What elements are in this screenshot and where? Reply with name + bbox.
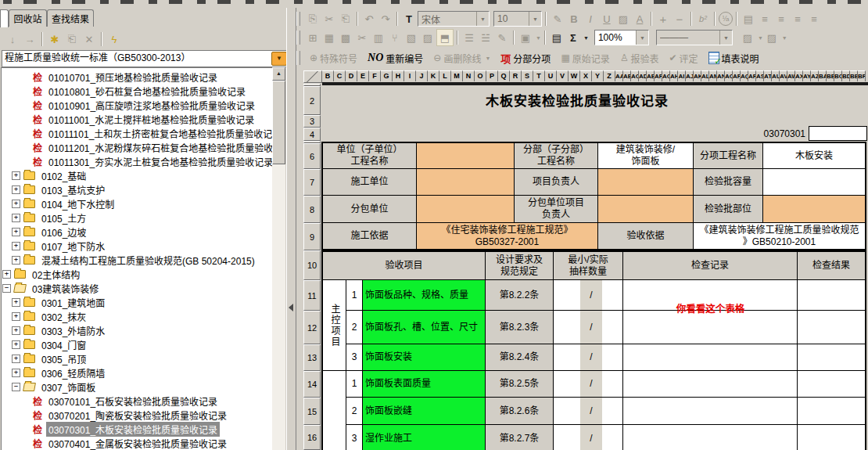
col-header-AH[interactable]: AH — [670, 70, 678, 81]
acceptance-basis-value[interactable]: 《建筑装饰装修工程施工质量验收规范 》GB50210-2001 — [694, 223, 865, 249]
subcontractor-value[interactable] — [417, 196, 515, 223]
col-header-record[interactable]: 检查记录 — [623, 252, 798, 280]
subitem-name-label[interactable]: 分项工程名称 — [694, 143, 763, 169]
tree-item-0104[interactable]: +0104_地下水控制 — [2, 196, 272, 211]
toolbar-grip[interactable] — [296, 51, 300, 65]
tree-item-03070101[interactable]: 检03070101_石板安装检验批质量验收记录 — [2, 394, 272, 408]
col-header-AA[interactable]: AA — [615, 70, 623, 81]
col-header-AW[interactable]: AW — [787, 70, 795, 81]
row-header-11[interactable]: 11 — [303, 280, 321, 311]
font-color-icon[interactable]: A — [632, 11, 647, 27]
collapse-icon[interactable]: − — [12, 383, 20, 391]
table-tool-icon[interactable]: ▤ — [549, 30, 565, 45]
row-header-16[interactable]: 16 — [303, 425, 321, 450]
tree-item-01011301[interactable]: 检01011301_夯实水泥土桩复合地基检验批质量验收记录 — [2, 154, 272, 168]
col-header-AU[interactable]: AU — [772, 70, 780, 81]
insert-cells-icon[interactable]: ⊞ — [305, 30, 321, 45]
font-name-combo[interactable]: 宋体▼ — [418, 11, 490, 27]
row-header-8[interactable]: 8 — [303, 196, 321, 223]
strikeline-dropdown-icon[interactable]: ▼ — [485, 56, 490, 61]
row-header-6[interactable]: 6 — [303, 143, 321, 169]
batch-capacity-value[interactable] — [763, 169, 865, 196]
col-header-BA[interactable]: BA — [819, 70, 827, 81]
line-spacing-icon[interactable]: ☱ — [478, 30, 493, 45]
item-name-row5[interactable]: 饰面板嵌缝 — [363, 398, 486, 425]
item-sample-row5[interactable]: / — [554, 398, 623, 425]
col-header-AQ[interactable]: AQ — [741, 70, 748, 81]
project-manager-label[interactable]: 项目负责人 — [515, 169, 598, 196]
item-name-row3[interactable]: 饰面板安装 — [363, 344, 486, 371]
fill-color-icon[interactable]: ▨ — [764, 30, 780, 45]
division-name-value[interactable]: 建筑装饰装修/ 饰面板 — [598, 143, 694, 169]
toolbar-grip[interactable] — [296, 12, 300, 26]
col-header-S[interactable]: S — [522, 70, 533, 81]
tree-item-0105[interactable]: +0105_土方 — [2, 211, 272, 225]
col-header-AL[interactable]: AL — [701, 70, 709, 81]
table-fill-icon[interactable]: ▩ — [338, 30, 353, 45]
item-no-row6[interactable]: 3 — [346, 425, 363, 450]
expand-icon[interactable]: + — [2, 270, 11, 279]
item-spec-row3[interactable]: 第8.2.4条 — [486, 344, 554, 371]
tree-item-03建筑装饰装修[interactable]: −03建筑装饰装修 — [2, 281, 272, 295]
original-record-button[interactable]: ▦原始记录 — [556, 52, 614, 65]
ink-annotation-icon[interactable]: ✎ — [550, 11, 565, 27]
col-header-V[interactable]: V — [557, 70, 569, 81]
col-header-AV[interactable]: AV — [780, 70, 787, 81]
builder-label[interactable]: 施工单位 — [323, 169, 417, 196]
special-symbols-button[interactable]: ⊕特殊符号 — [305, 52, 362, 65]
col-header-T[interactable]: T — [533, 70, 545, 81]
tree-item-03070301[interactable]: 检03070301_木板安装检验批质量验收记录 — [2, 422, 272, 436]
filter-icon[interactable]: ϟ — [106, 31, 122, 47]
col-header-BB[interactable]: BB — [827, 70, 834, 81]
expand-icon[interactable]: + — [12, 298, 20, 307]
row-spacing-icon[interactable]: ☰ — [461, 30, 477, 45]
expand-icon[interactable]: + — [12, 185, 20, 194]
font-size-combo[interactable]: 10▼ — [493, 11, 542, 27]
col-header-G[interactable]: G — [381, 70, 393, 81]
expand-icon[interactable]: + — [12, 355, 20, 363]
col-header-H[interactable]: H — [393, 70, 404, 81]
underline-icon[interactable]: U — [599, 11, 615, 27]
standard-selector-combo[interactable]: 程施工质量验收统一标准（GB50300-2013） ▼ — [2, 50, 289, 67]
col-header-AB[interactable]: AB — [623, 70, 631, 81]
sheet-title-cell[interactable]: 木板安装检验批质量验收记录 — [323, 90, 831, 110]
doc-code-cell[interactable]: 03070301 — [680, 128, 805, 139]
shade-col-icon[interactable]: ▨ — [420, 30, 436, 45]
item-record-row6[interactable] — [623, 425, 798, 450]
tree-item-01011101[interactable]: 检01011101_土和灰土挤密桩复合地基检验批质量验收记 — [2, 126, 272, 140]
division-name-label[interactable]: 分部（子分部） 工程名称 — [515, 143, 598, 169]
font-size-dropdown[interactable]: ▼ — [529, 12, 541, 26]
col-header-AJ[interactable]: AJ — [686, 70, 694, 81]
move-down-icon[interactable]: ↓ — [5, 31, 20, 47]
row-header-3[interactable]: 3 — [303, 115, 321, 128]
decrease-size-icon[interactable]: − — [672, 11, 687, 27]
col-header-W[interactable]: W — [569, 70, 580, 81]
tab-recycle-bin[interactable]: 回收站 — [9, 9, 47, 27]
batch-location-value[interactable] — [763, 196, 865, 223]
tree-item-0106[interactable]: +0106_边坡 — [2, 225, 272, 239]
col-header-C[interactable]: C — [334, 70, 346, 81]
col-header-BC[interactable]: BC — [834, 70, 842, 81]
col-header-AM[interactable]: AM — [709, 70, 717, 81]
table-grid-icon[interactable]: ▦ — [321, 30, 337, 45]
construction-basis-label[interactable]: 施工依据 — [323, 223, 417, 249]
col-header-B[interactable]: B — [322, 70, 334, 81]
col-header-D[interactable]: D — [346, 70, 357, 81]
font-name-dropdown[interactable]: ▼ — [476, 12, 489, 26]
tree-item-0306[interactable]: +0306_轻质隔墙 — [2, 365, 272, 380]
fill-note-button[interactable]: 填表说明 — [704, 52, 764, 65]
col-header-AY[interactable]: AY — [803, 70, 811, 81]
row-header-2[interactable]: 2 — [303, 86, 321, 115]
cut-icon[interactable]: ✂ — [321, 11, 337, 27]
item-record-row2[interactable] — [623, 311, 798, 344]
row-header-12[interactable]: 12 — [303, 311, 321, 344]
expand-icon[interactable]: + — [12, 214, 20, 222]
group-cell-dominant[interactable]: 主控项目 — [323, 280, 346, 371]
item-result-row2[interactable] — [798, 311, 865, 344]
item-result-row1[interactable] — [798, 280, 865, 311]
tree-item-01010901[interactable]: 检01010901_高压旋喷注浆地基检验批质量验收记录 — [2, 98, 272, 112]
col-header-AO[interactable]: AO — [725, 70, 733, 81]
bold-icon[interactable]: B — [566, 11, 582, 27]
tab-partial-active[interactable] — [0, 9, 9, 27]
col-header-E[interactable]: E — [357, 70, 369, 81]
